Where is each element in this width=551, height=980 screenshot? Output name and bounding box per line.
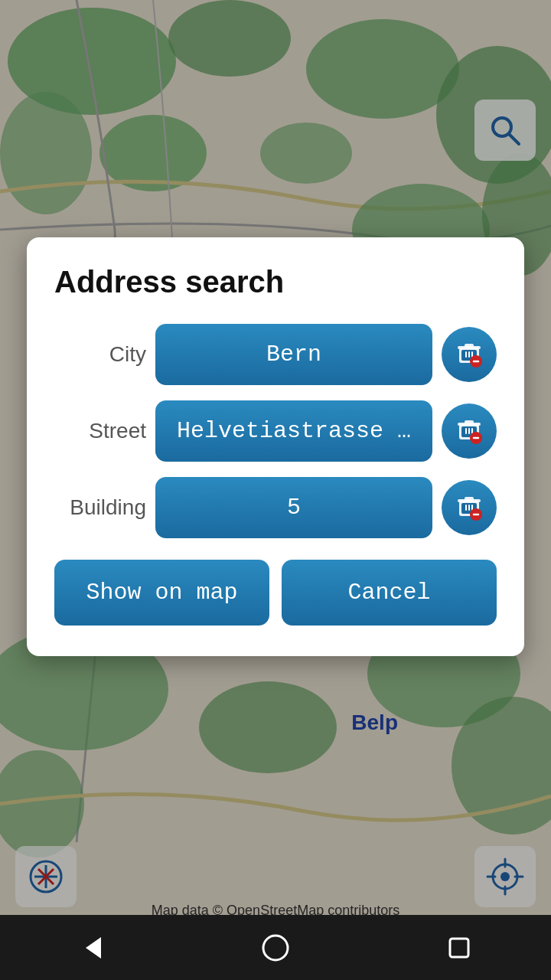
cancel-button[interactable]: Cancel bbox=[282, 560, 497, 626]
nav-bar bbox=[0, 915, 551, 980]
building-delete-button[interactable] bbox=[442, 480, 497, 535]
back-button[interactable] bbox=[61, 917, 122, 978]
street-value-button[interactable]: Helvetiastrasse … bbox=[155, 400, 432, 462]
building-label: Building bbox=[54, 495, 146, 520]
svg-rect-52 bbox=[465, 497, 474, 501]
modal-overlay: Address search City Bern bbox=[0, 0, 551, 915]
svg-point-56 bbox=[263, 936, 288, 960]
show-on-map-button[interactable]: Show on map bbox=[54, 560, 269, 626]
home-button[interactable] bbox=[245, 917, 306, 978]
city-value-button[interactable]: Bern bbox=[155, 324, 432, 385]
address-search-dialog: Address search City Bern bbox=[27, 237, 524, 656]
street-row: Street Helvetiastrasse … bbox=[54, 400, 497, 462]
street-delete-button[interactable] bbox=[442, 403, 497, 459]
svg-rect-49 bbox=[468, 505, 470, 511]
dialog-title: Address search bbox=[54, 265, 497, 299]
building-row: Building 5 bbox=[54, 477, 497, 538]
street-label: Street bbox=[54, 419, 146, 443]
svg-rect-30 bbox=[465, 351, 467, 358]
svg-rect-40 bbox=[468, 428, 470, 434]
city-delete-button[interactable] bbox=[442, 327, 497, 382]
building-value-button[interactable]: 5 bbox=[155, 477, 432, 538]
svg-rect-57 bbox=[450, 939, 468, 957]
svg-rect-34 bbox=[465, 344, 474, 348]
recents-button[interactable] bbox=[429, 917, 490, 978]
svg-rect-39 bbox=[465, 428, 467, 434]
city-label: City bbox=[54, 342, 146, 367]
svg-rect-48 bbox=[465, 505, 467, 511]
svg-marker-55 bbox=[86, 937, 101, 959]
svg-rect-31 bbox=[468, 351, 470, 358]
svg-rect-43 bbox=[465, 420, 474, 424]
city-row: City Bern bbox=[54, 324, 497, 385]
action-buttons-row: Show on map Cancel bbox=[54, 560, 497, 626]
